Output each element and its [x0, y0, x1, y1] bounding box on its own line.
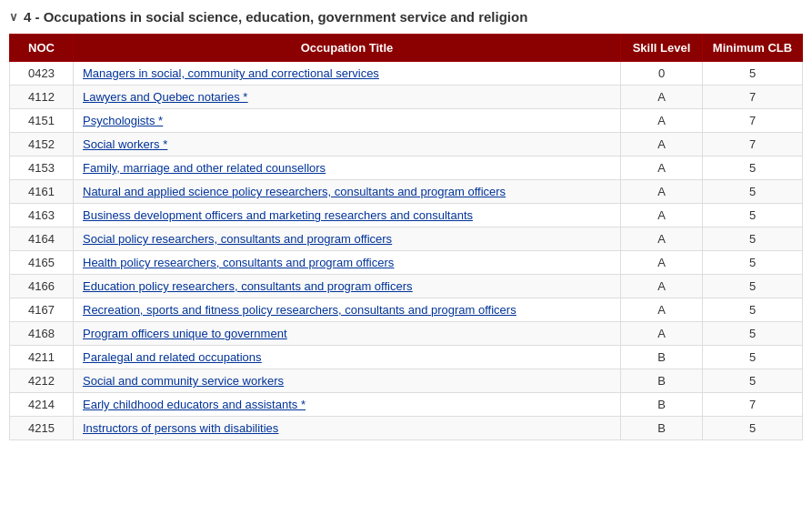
chevron-icon[interactable]: ∨ [9, 10, 18, 24]
occupation-cell[interactable]: Business development officers and market… [74, 204, 621, 227]
occupation-link[interactable]: Health policy researchers, consultants a… [83, 256, 394, 269]
noc-cell: 4166 [10, 275, 74, 298]
occupation-link[interactable]: Lawyers and Quebec notaries * [83, 90, 247, 104]
clb-cell: 5 [703, 227, 803, 251]
skill-cell: A [621, 157, 703, 180]
occupation-cell[interactable]: Instructors of persons with disabilities [74, 417, 621, 440]
noc-cell: 4152 [10, 133, 74, 157]
occupation-cell[interactable]: Recreation, sports and fitness policy re… [74, 298, 621, 322]
noc-cell: 4163 [10, 204, 74, 227]
clb-cell: 5 [703, 62, 803, 86]
occupation-cell[interactable]: Health policy researchers, consultants a… [74, 251, 621, 275]
table-row: 4151Psychologists *A7 [10, 109, 803, 133]
occupation-cell[interactable]: Education policy researchers, consultant… [74, 275, 621, 298]
occupation-cell[interactable]: Social policy researchers, consultants a… [74, 227, 621, 251]
skill-cell: A [621, 298, 703, 322]
occupation-link[interactable]: Managers in social, community and correc… [83, 66, 379, 80]
occupation-link[interactable]: Social and community service workers [83, 374, 284, 388]
table-row: 4212Social and community service workers… [10, 369, 803, 393]
noc-cell: 4167 [10, 298, 74, 322]
occupation-cell[interactable]: Managers in social, community and correc… [74, 62, 621, 86]
skill-cell: A [621, 180, 703, 204]
noc-cell: 4212 [10, 369, 74, 393]
table-row: 4211Paralegal and related occupationsB5 [10, 346, 803, 369]
clb-cell: 7 [703, 393, 803, 417]
skill-cell: 0 [621, 62, 703, 86]
table-row: 4214Early childhood educators and assist… [10, 393, 803, 417]
occupation-cell: Natural and applied science policy resea… [74, 180, 621, 204]
table-row: 4164Social policy researchers, consultan… [10, 227, 803, 251]
noc-cell: 4214 [10, 393, 74, 417]
occupation-header: Occupation Title [74, 35, 621, 62]
occupation-link[interactable]: Business development officers and market… [83, 208, 473, 222]
skill-cell: A [621, 275, 703, 298]
occupation-link[interactable]: Social workers * [83, 137, 167, 151]
skill-cell: A [621, 251, 703, 275]
clb-cell: 5 [703, 417, 803, 440]
skill-cell: A [621, 109, 703, 133]
occupation-cell[interactable]: Paralegal and related occupations [74, 346, 621, 369]
occupation-link[interactable]: Instructors of persons with disabilities [83, 421, 278, 435]
table-row: 4161Natural and applied science policy r… [10, 180, 803, 204]
occupation-link[interactable]: Education policy researchers, consultant… [83, 279, 413, 293]
noc-cell: 4215 [10, 417, 74, 440]
skill-header: Skill Level [621, 35, 703, 62]
skill-cell: B [621, 417, 703, 440]
clb-cell: 5 [703, 180, 803, 204]
noc-cell: 4161 [10, 180, 74, 204]
noc-cell: 4112 [10, 86, 74, 109]
clb-cell: 5 [703, 275, 803, 298]
occupation-cell[interactable]: Psychologists * [74, 109, 621, 133]
occupation-cell[interactable]: Early childhood educators and assistants… [74, 393, 621, 417]
section-title: 4 - Occupations in social science, educa… [24, 9, 527, 25]
noc-cell: 4164 [10, 227, 74, 251]
occupation-link[interactable]: Social policy researchers, consultants a… [83, 232, 392, 246]
occupation-link[interactable]: Program officers unique to government [83, 327, 287, 340]
skill-cell: A [621, 322, 703, 346]
occupation-cell[interactable]: Social and community service workers [74, 369, 621, 393]
skill-cell: A [621, 227, 703, 251]
skill-cell: B [621, 369, 703, 393]
noc-cell: 4151 [10, 109, 74, 133]
clb-header: Minimum CLB [703, 35, 803, 62]
occupation-cell[interactable]: Program officers unique to government [74, 322, 621, 346]
table-row: 4152Social workers *A7 [10, 133, 803, 157]
occupation-link[interactable]: Recreation, sports and fitness policy re… [83, 303, 516, 317]
noc-cell: 0423 [10, 62, 74, 86]
noc-cell: 4168 [10, 322, 74, 346]
table-row: 4153Family, marriage and other related c… [10, 157, 803, 180]
section-header: ∨ 4 - Occupations in social science, edu… [9, 9, 803, 25]
occupations-table: NOC Occupation Title Skill Level Minimum… [9, 34, 803, 440]
occupation-link[interactable]: Psychologists * [83, 114, 163, 127]
noc-cell: 4165 [10, 251, 74, 275]
clb-cell: 5 [703, 322, 803, 346]
clb-cell: 5 [703, 346, 803, 369]
table-row: 4163Business development officers and ma… [10, 204, 803, 227]
occupation-cell[interactable]: Social workers * [74, 133, 621, 157]
clb-cell: 5 [703, 251, 803, 275]
table-row: 4112Lawyers and Quebec notaries *A7 [10, 86, 803, 109]
occupation-link[interactable]: Early childhood educators and assistants… [83, 398, 306, 411]
table-row: 4167Recreation, sports and fitness polic… [10, 298, 803, 322]
noc-cell: 4153 [10, 157, 74, 180]
skill-cell: A [621, 204, 703, 227]
table-row: 4166Education policy researchers, consul… [10, 275, 803, 298]
skill-cell: A [621, 86, 703, 109]
occupation-link[interactable]: Family, marriage and other related couns… [83, 161, 326, 175]
occupation-cell[interactable]: Lawyers and Quebec notaries * [74, 86, 621, 109]
table-row: 0423Managers in social, community and co… [10, 62, 803, 86]
clb-cell: 5 [703, 369, 803, 393]
skill-cell: B [621, 346, 703, 369]
noc-cell: 4211 [10, 346, 74, 369]
noc-header: NOC [10, 35, 74, 62]
skill-cell: A [621, 133, 703, 157]
clb-cell: 7 [703, 86, 803, 109]
clb-cell: 5 [703, 157, 803, 180]
skill-cell: B [621, 393, 703, 417]
clb-cell: 5 [703, 204, 803, 227]
clb-cell: 7 [703, 133, 803, 157]
occupation-link[interactable]: Paralegal and related occupations [83, 350, 262, 364]
clb-cell: 5 [703, 298, 803, 322]
occupation-cell[interactable]: Family, marriage and other related couns… [74, 157, 621, 180]
table-row: 4168Program officers unique to governmen… [10, 322, 803, 346]
